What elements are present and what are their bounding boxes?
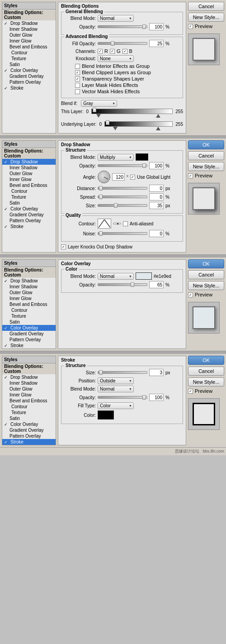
cancel-button-2[interactable]: Cancel xyxy=(188,151,224,160)
ds-spread-value[interactable]: 0 xyxy=(149,193,164,200)
blend-interior-checkbox[interactable] xyxy=(75,64,80,69)
ok-button-2[interactable]: OK xyxy=(188,140,224,149)
underlying-layer-slider[interactable] xyxy=(104,121,173,127)
blend-mode-dropdown[interactable]: Normal xyxy=(98,15,134,22)
sidebar-item-inner-shadow-1[interactable]: Inner Shadow xyxy=(2,26,56,32)
co-opacity-thumb[interactable] xyxy=(131,282,134,287)
sidebar-item-bevel-emboss-1[interactable]: Bevel and Emboss xyxy=(2,44,56,50)
ds-angle-value[interactable]: 120 xyxy=(112,173,125,181)
sidebar-item-gradient-overlay-3[interactable]: Gradient Overlay xyxy=(2,331,56,337)
sidebar-item-drop-shadow-1[interactable]: Drop Shadow xyxy=(2,20,56,26)
sidebar-item-gradient-overlay-1[interactable]: Gradient Overlay xyxy=(2,73,56,79)
ds-contour-dropdown[interactable] xyxy=(113,223,121,224)
new-style-button-3[interactable]: New Style... xyxy=(188,281,224,290)
sidebar-item-gradient-overlay-4[interactable]: Gradient Overlay xyxy=(2,427,56,433)
sidebar-item-stroke-4[interactable]: Stroke xyxy=(2,439,56,445)
st-size-value[interactable]: 3 xyxy=(149,369,164,376)
sidebar-item-blending-options-2[interactable]: Blending Options: Custom xyxy=(2,148,56,159)
preview-checkbox-2[interactable] xyxy=(188,173,193,178)
preview-checkbox-1[interactable] xyxy=(188,24,193,29)
fill-opacity-value[interactable]: 25 xyxy=(149,40,164,47)
sidebar-item-bevel-emboss-2[interactable]: Bevel and Emboss xyxy=(2,182,56,188)
sidebar-item-outer-glow-1[interactable]: Outer Glow xyxy=(2,32,56,38)
sidebar-item-contour-3[interactable]: Contour xyxy=(2,307,56,313)
sidebar-item-drop-shadow-2[interactable]: Drop Shadow xyxy=(2,159,56,165)
sidebar-item-blending-options-4[interactable]: Blending Options: Custom xyxy=(2,363,56,374)
sidebar-item-inner-glow-3[interactable]: Inner Glow xyxy=(2,296,56,301)
this-layer-left-thumb[interactable] xyxy=(93,108,96,112)
st-blend-mode-dropdown[interactable]: Normal xyxy=(98,386,134,392)
sidebar-item-pattern-overlay-1[interactable]: Pattern Overlay xyxy=(2,79,56,85)
transparency-shapes-checkbox[interactable] xyxy=(75,76,80,81)
channel-b-checkbox[interactable] xyxy=(122,49,127,54)
st-opacity-slider[interactable] xyxy=(98,396,147,399)
sidebar-item-pattern-overlay-3[interactable]: Pattern Overlay xyxy=(2,337,56,343)
sidebar-item-satin-1[interactable]: Satin xyxy=(2,62,56,67)
sidebar-item-color-overlay-1[interactable]: Color Overlay xyxy=(2,67,56,73)
ds-opacity-thumb[interactable] xyxy=(142,163,146,168)
ds-color-swatch[interactable] xyxy=(136,153,148,161)
sidebar-item-inner-shadow-4[interactable]: Inner Shadow xyxy=(2,380,56,386)
blend-clipped-checkbox[interactable] xyxy=(75,70,80,75)
sidebar-item-color-overlay-4[interactable]: Color Overlay xyxy=(2,421,56,427)
st-fill-type-dropdown[interactable]: Color xyxy=(98,402,134,409)
ds-distance-thumb[interactable] xyxy=(99,186,103,191)
sidebar-item-inner-shadow-3[interactable]: Inner Shadow xyxy=(2,284,56,290)
new-style-button-4[interactable]: New Style... xyxy=(188,377,224,386)
sidebar-item-inner-glow-2[interactable]: Inner Glow xyxy=(2,177,56,182)
ds-angle-dial[interactable] xyxy=(98,171,110,183)
sidebar-item-texture-3[interactable]: Texture xyxy=(2,313,56,319)
sidebar-item-color-overlay-3[interactable]: Color Overlay xyxy=(2,325,56,331)
ok-button-3[interactable]: OK xyxy=(188,259,224,268)
cancel-button-1[interactable]: Cancel xyxy=(188,2,224,11)
opacity-value[interactable]: 100 xyxy=(149,23,164,30)
sidebar-item-pattern-overlay-4[interactable]: Pattern Overlay xyxy=(2,433,56,439)
st-size-thumb[interactable] xyxy=(99,370,103,375)
sidebar-item-blending-options-3[interactable]: Blending Options: Custom xyxy=(2,267,56,278)
co-color-swatch[interactable] xyxy=(136,272,152,280)
ds-distance-slider[interactable] xyxy=(98,187,147,190)
ds-blend-mode-dropdown[interactable]: Multiply xyxy=(98,154,134,161)
st-opacity-value[interactable]: 100 xyxy=(149,394,164,401)
sidebar-item-gradient-overlay-2[interactable]: Gradient Overlay xyxy=(2,212,56,218)
sidebar-item-inner-glow-4[interactable]: Inner Glow xyxy=(2,392,56,398)
sidebar-item-outer-glow-4[interactable]: Outer Glow xyxy=(2,386,56,392)
sidebar-item-contour-4[interactable]: Contour xyxy=(2,404,56,410)
sidebar-item-satin-4[interactable]: Satin xyxy=(2,415,56,421)
underlying-left-thumb[interactable] xyxy=(106,120,109,125)
sidebar-item-outer-glow-3[interactable]: Outer Glow xyxy=(2,290,56,296)
sidebar-item-satin-3[interactable]: Satin xyxy=(2,319,56,325)
opacity-slider[interactable] xyxy=(98,25,147,28)
st-color-swatch[interactable] xyxy=(98,410,114,420)
sidebar-item-bevel-emboss-3[interactable]: Bevel and Emboss xyxy=(2,301,56,307)
this-layer-slider[interactable] xyxy=(91,109,173,114)
sidebar-item-stroke-2[interactable]: Stroke xyxy=(2,224,56,229)
channel-g-checkbox[interactable] xyxy=(110,49,115,54)
ds-noise-value[interactable]: 0 xyxy=(149,230,164,237)
cancel-button-3[interactable]: Cancel xyxy=(188,270,224,279)
sidebar-item-texture-1[interactable]: Texture xyxy=(2,56,56,62)
co-blend-mode-dropdown[interactable]: Normal xyxy=(98,273,134,280)
preview-checkbox-3[interactable] xyxy=(188,292,193,297)
sidebar-item-inner-shadow-2[interactable]: Inner Shadow xyxy=(2,165,56,171)
preview-checkbox-4[interactable] xyxy=(188,389,193,394)
sidebar-item-texture-2[interactable]: Texture xyxy=(2,194,56,200)
ds-size-thumb[interactable] xyxy=(114,203,118,208)
sidebar-item-inner-glow-1[interactable]: Inner Glow xyxy=(2,38,56,44)
sidebar-item-blending-options-1[interactable]: Blending Options: Custom xyxy=(2,10,56,20)
sidebar-item-stroke-1[interactable]: Stroke xyxy=(2,85,56,91)
sidebar-item-stroke-3[interactable]: Stroke xyxy=(2,343,56,348)
co-opacity-value[interactable]: 65 xyxy=(149,281,164,288)
sidebar-item-pattern-overlay-2[interactable]: Pattern Overlay xyxy=(2,218,56,224)
sidebar-item-bevel-emboss-4[interactable]: Bevel and Emboss xyxy=(2,398,56,404)
ds-noise-thumb[interactable] xyxy=(99,231,103,236)
new-style-button-2[interactable]: New Style... xyxy=(188,162,224,171)
new-style-button-1[interactable]: New Style... xyxy=(188,13,224,22)
fill-opacity-thumb[interactable] xyxy=(111,41,114,46)
vector-mask-checkbox[interactable] xyxy=(75,89,80,94)
sidebar-item-contour-2[interactable]: Contour xyxy=(2,188,56,194)
sidebar-item-texture-4[interactable]: Texture xyxy=(2,410,56,415)
sidebar-item-contour-1[interactable]: Contour xyxy=(2,50,56,56)
sidebar-item-outer-glow-2[interactable]: Outer Glow xyxy=(2,171,56,177)
st-size-slider[interactable] xyxy=(98,371,147,374)
